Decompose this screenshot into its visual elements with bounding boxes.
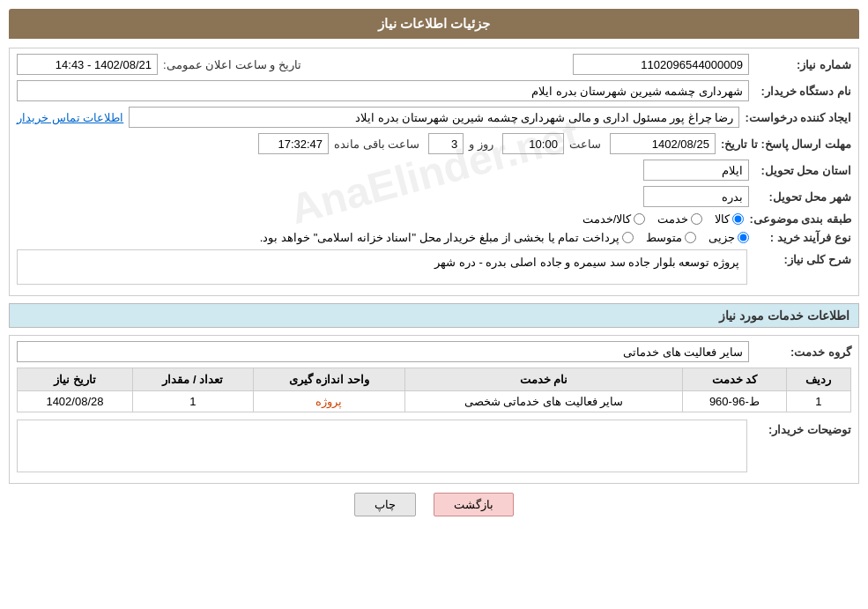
- deadline-time-label: ساعت: [569, 137, 601, 151]
- buyer-notes-label: توضیحات خریدار:: [754, 420, 851, 436]
- page-title: جزئیات اطلاعات نیاز: [378, 16, 490, 31]
- row-purchase-type: نوع فرآیند خرید : جزیی متوسط پرداخت تمام…: [17, 231, 851, 244]
- org-name-value: شهرداری چشمه شیرین شهرستان بدره ایلام: [17, 80, 749, 101]
- row-service-group: گروه خدمت: سایر فعالیت های خدماتی: [17, 341, 851, 362]
- row-description: شرح کلی نیاز: پروژه توسعه بلوار جاده سد …: [17, 249, 851, 285]
- radio-jozi-label: جزیی: [708, 231, 735, 244]
- org-name-label: نام دستگاه خریدار:: [754, 85, 851, 98]
- deadline-remaining-label: ساعت باقی مانده: [334, 137, 419, 151]
- creator-link[interactable]: اطلاعات تماس خریدار: [17, 111, 123, 124]
- description-label: شرح کلی نیاز:: [754, 249, 851, 266]
- radio-motevaset-label: متوسط: [646, 231, 682, 244]
- service-group-label: گروه خدمت:: [754, 345, 851, 359]
- col-name: نام خدمت: [405, 368, 683, 391]
- radio-khedmat-label: خدمت: [657, 212, 688, 226]
- radio-kala-label: کالا: [715, 212, 730, 226]
- category-radio-group: کالا خدمت کالا/خدمت: [582, 212, 745, 226]
- deadline-date: 1402/08/25: [610, 133, 716, 154]
- radio-esnad-label: پرداخت تمام یا بخشی از مبلغ خریدار محل "…: [260, 231, 619, 244]
- deadline-time: 10:00: [502, 133, 564, 154]
- main-section: AnaElinder.net شماره نیاز: 1102096544000…: [9, 48, 859, 296]
- radio-kala-khedmat-input[interactable]: [634, 213, 645, 225]
- row-province: استان محل تحویل: ایلام: [17, 160, 851, 181]
- services-section-header: اطلاعات خدمات مورد نیاز: [9, 303, 859, 328]
- description-value: پروژه توسعه بلوار جاده سد سیمره و جاده ا…: [17, 249, 747, 285]
- province-value: ایلام: [643, 160, 749, 181]
- announcement-label: تاریخ و ساعت اعلان عمومی:: [163, 58, 301, 71]
- radio-motevaset: متوسط: [646, 231, 696, 244]
- purchase-type-label: نوع فرآیند خرید :: [754, 231, 851, 244]
- radio-khedmat-input[interactable]: [691, 213, 702, 225]
- creator-value: رضا چراغ پور مسئول اداری و مالی شهرداری …: [129, 107, 739, 128]
- radio-kala: کالا: [715, 212, 744, 226]
- purchase-type-radio-group: جزیی متوسط پرداخت تمام یا بخشی از مبلغ خ…: [260, 231, 749, 244]
- deadline-remaining: 17:32:47: [258, 133, 329, 154]
- cell-name: سایر فعالیت های خدماتی شخصی: [405, 391, 683, 412]
- need-number-value: 1102096544000009: [573, 54, 749, 75]
- button-row: بازگشت چاپ: [9, 493, 859, 516]
- province-label: استان محل تحویل:: [754, 164, 851, 177]
- cell-unit: پروژه: [253, 391, 405, 412]
- cell-date: 1402/08/28: [18, 391, 133, 412]
- announcement-value: 1402/08/21 - 14:43: [17, 54, 158, 75]
- city-value: بدره: [643, 186, 749, 207]
- services-table: ردیف کد خدمت نام خدمت واحد اندازه گیری ت…: [17, 368, 851, 412]
- radio-kala-khedmat: کالا/خدمت: [582, 212, 646, 226]
- row-buyer-notes: توضیحات خریدار:: [17, 420, 851, 472]
- city-label: شهر محل تحویل:: [754, 190, 851, 204]
- col-unit: واحد اندازه گیری: [253, 368, 405, 391]
- row-city: شهر محل تحویل: بدره: [17, 186, 851, 207]
- services-section: گروه خدمت: سایر فعالیت های خدماتی ردیف ک…: [9, 335, 859, 484]
- creator-label: ایجاد کننده درخواست:: [745, 111, 851, 124]
- row-category: طبقه بندی موضوعی: کالا خدمت کالا/خدمت: [17, 212, 851, 226]
- need-number-label: شماره نیاز:: [754, 58, 851, 71]
- page-wrapper: جزئیات اطلاعات نیاز AnaElinder.net شماره…: [0, 0, 868, 609]
- table-row: 1 ط-96-960 سایر فعالیت های خدماتی شخصی پ…: [18, 391, 851, 412]
- cell-code: ط-96-960: [682, 391, 786, 412]
- radio-esnad: پرداخت تمام یا بخشی از مبلغ خریدار محل "…: [260, 231, 634, 244]
- service-group-value: سایر فعالیت های خدماتی: [17, 341, 749, 362]
- col-qty: تعداد / مقدار: [132, 368, 253, 391]
- radio-kala-input[interactable]: [732, 213, 744, 225]
- row-org-name: نام دستگاه خریدار: شهرداری چشمه شیرین شه…: [17, 80, 851, 101]
- cell-row: 1: [786, 391, 850, 412]
- row-creator: ایجاد کننده درخواست: رضا چراغ پور مسئول …: [17, 107, 851, 128]
- radio-jozi: جزیی: [708, 231, 749, 244]
- buyer-notes-value: [17, 420, 747, 472]
- radio-kala-khedmat-label: کالا/خدمت: [582, 212, 632, 226]
- deadline-days-label: روز و: [469, 137, 493, 151]
- col-code: کد خدمت: [682, 368, 786, 391]
- deadline-label: مهلت ارسال پاسخ: تا تاریخ:: [721, 137, 851, 151]
- deadline-days: 3: [428, 133, 464, 154]
- col-date: تاریخ نیاز: [18, 368, 133, 391]
- page-header: جزئیات اطلاعات نیاز: [9, 9, 859, 39]
- unit-link[interactable]: پروژه: [315, 395, 342, 408]
- category-label: طبقه بندی موضوعی:: [749, 212, 851, 226]
- radio-motevaset-input[interactable]: [685, 232, 696, 243]
- row-need-number: شماره نیاز: 1102096544000009 تاریخ و ساع…: [17, 54, 851, 75]
- row-deadline: مهلت ارسال پاسخ: تا تاریخ: 1402/08/25 سا…: [17, 133, 851, 154]
- col-row: ردیف: [786, 368, 850, 391]
- radio-khedmat: خدمت: [657, 212, 702, 226]
- back-button[interactable]: بازگشت: [434, 493, 514, 516]
- cell-qty: 1: [132, 391, 253, 412]
- print-button[interactable]: چاپ: [354, 493, 416, 516]
- radio-esnad-input[interactable]: [622, 232, 634, 243]
- radio-jozi-input[interactable]: [738, 232, 749, 243]
